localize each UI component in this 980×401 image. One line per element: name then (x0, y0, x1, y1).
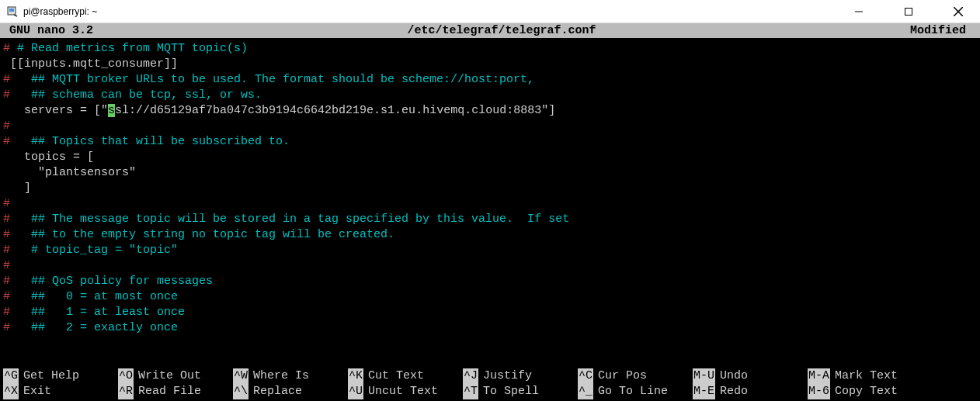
nano-app-name: GNU nano 3.2 (3, 24, 93, 37)
putty-icon (6, 5, 19, 18)
help-key: ^U (348, 384, 363, 399)
help-row: ^GGet Help^OWrite Out^WWhere Is^KCut Tex… (3, 368, 977, 384)
svg-line-2 (14, 15, 17, 16)
help-key: ^R (118, 384, 134, 399)
help-key: M-E (693, 384, 715, 399)
help-item: ^\Replace (233, 384, 348, 399)
help-key: ^K (348, 368, 363, 384)
help-item: M-UUndo (693, 368, 808, 384)
editor-line: # ## QoS policy for messages (3, 274, 977, 289)
help-label: Copy Text (830, 384, 898, 399)
help-label: Cur Pos (593, 368, 647, 384)
editor-line: # ## The message topic will be stored in… (3, 212, 977, 227)
help-item: ^WWhere Is (233, 368, 348, 384)
help-item: ^_Go To Line (578, 384, 693, 399)
editor-line: # ## 1 = at least once (3, 305, 977, 320)
editor-line: ] (3, 181, 977, 196)
window-controls (843, 1, 974, 22)
nano-status-bar: GNU nano 3.2 /etc/telegraf/telegraf.conf… (0, 23, 980, 38)
help-key: ^T (463, 384, 478, 399)
help-label: Exit (19, 384, 51, 399)
editor-line: servers = ["ssl://d65129af7ba047c3b9194c… (3, 103, 977, 119)
editor-line: # ## 0 = at most once (3, 289, 977, 305)
maximize-button[interactable] (893, 1, 924, 22)
editor-line: # ## Topics that will be subscribed to. (3, 134, 977, 150)
help-key: ^O (118, 368, 134, 384)
help-label: Undo (715, 368, 748, 384)
help-item: ^CCur Pos (578, 368, 693, 384)
help-key: ^\ (233, 384, 248, 399)
help-item: ^XExit (3, 384, 118, 399)
help-label: Get Help (19, 368, 79, 384)
help-key: ^J (463, 368, 478, 384)
help-label: Replace (248, 384, 302, 399)
editor-line: # ## schema can be tcp, ssl, or ws. (3, 88, 977, 103)
nano-file-path: /etc/telegraf/telegraf.conf (93, 24, 910, 37)
editor-line: topics = [ (3, 150, 977, 165)
help-key: ^G (3, 368, 19, 384)
help-item: ^GGet Help (3, 368, 118, 384)
help-item: ^RRead File (118, 384, 233, 399)
editor-line: # ## 2 = exactly once (3, 320, 977, 336)
help-item: M-AMark Text (808, 368, 923, 384)
help-item: ^UUncut Text (348, 384, 463, 399)
editor-line: "plantsensors" (3, 165, 977, 181)
editor-line: [[inputs.mqtt_consumer]] (3, 57, 977, 72)
help-item: M-ERedo (693, 384, 808, 399)
cursor: s (108, 104, 115, 117)
terminal-area[interactable]: GNU nano 3.2 /etc/telegraf/telegraf.conf… (0, 23, 980, 401)
help-key: ^C (578, 368, 593, 384)
svg-rect-4 (905, 8, 912, 15)
editor-line: # # topic_tag = "topic" (3, 243, 977, 258)
editor-line: # (3, 196, 977, 212)
window-title: pi@raspberrypi: ~ (23, 6, 843, 17)
help-label: To Spell (478, 384, 539, 399)
close-button[interactable] (943, 1, 974, 22)
minimize-button[interactable] (843, 1, 874, 22)
nano-modified-indicator: Modified (910, 24, 977, 37)
help-key: ^X (3, 384, 19, 399)
help-key: ^W (233, 368, 248, 384)
window-title-bar: pi@raspberrypi: ~ (0, 0, 980, 23)
help-key: M-A (808, 368, 830, 384)
nano-help-bar: ^GGet Help^OWrite Out^WWhere Is^KCut Tex… (0, 368, 980, 401)
help-key: ^_ (578, 384, 593, 399)
help-label: Cut Text (363, 368, 424, 384)
editor-line: # # Read metrics from MQTT topic(s) (3, 41, 977, 57)
help-label: Read File (134, 384, 201, 399)
editor-line: # ## MQTT broker URLs to be used. The fo… (3, 72, 977, 88)
help-item: ^OWrite Out (118, 368, 233, 384)
help-item: ^KCut Text (348, 368, 463, 384)
editor-line: # (3, 119, 977, 134)
help-label: Where Is (248, 368, 309, 384)
help-item: M-6Copy Text (808, 384, 923, 399)
editor-line: # (3, 258, 977, 274)
help-label: Write Out (134, 368, 201, 384)
help-row: ^XExit^RRead File^\Replace^UUncut Text^T… (3, 384, 977, 399)
help-label: Mark Text (830, 368, 898, 384)
help-label: Uncut Text (363, 384, 438, 399)
help-item: ^JJustify (463, 368, 578, 384)
editor-line: # ## to the empty string no topic tag wi… (3, 227, 977, 243)
help-label: Go To Line (593, 384, 668, 399)
help-key: M-6 (808, 384, 830, 399)
help-label: Justify (478, 368, 532, 384)
help-key: M-U (693, 368, 715, 384)
svg-rect-1 (9, 9, 14, 12)
help-label: Redo (715, 384, 748, 399)
help-item: ^TTo Spell (463, 384, 578, 399)
editor-content[interactable]: # # Read metrics from MQTT topic(s) [[in… (0, 38, 980, 339)
